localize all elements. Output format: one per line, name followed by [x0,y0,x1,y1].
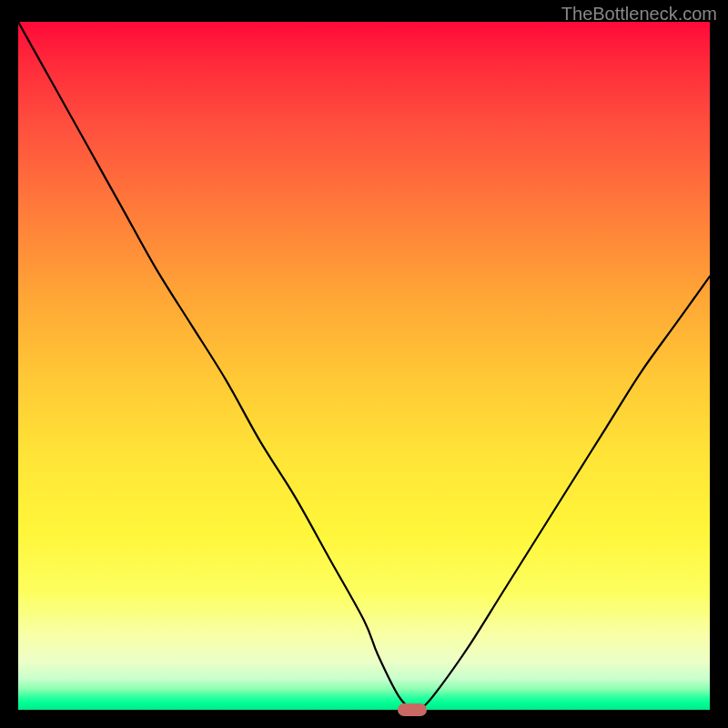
optimal-marker [398,703,427,716]
bottleneck-curve [18,22,710,710]
chart-plot-area [18,22,710,710]
watermark-text: TheBottleneck.com [561,4,717,25]
